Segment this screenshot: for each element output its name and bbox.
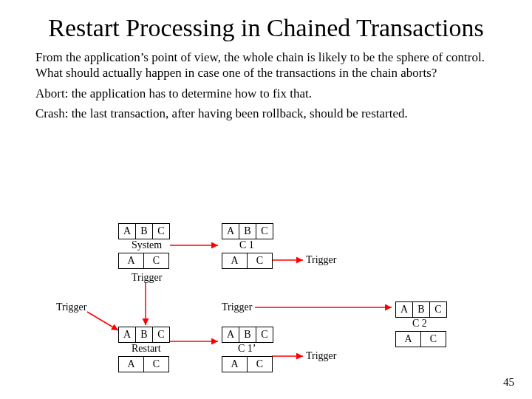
box-right-ac: A C xyxy=(395,331,446,347)
paragraph-crash: Crash: the last transaction, after havin… xyxy=(35,106,497,121)
box-bot-mid-ac: A C xyxy=(222,356,273,372)
page-title: Restart Processing in Chained Transactio… xyxy=(30,13,502,42)
cell: A xyxy=(396,302,413,317)
box-bot-left-abc: A B C xyxy=(118,327,170,343)
box-bot-mid-abc: A B C xyxy=(222,327,273,343)
cell: A xyxy=(222,253,248,268)
cell: B xyxy=(136,327,153,342)
cell: C xyxy=(144,357,168,372)
cell: A xyxy=(119,224,136,239)
label-c1: C 1 xyxy=(239,239,254,251)
cell: B xyxy=(413,302,430,317)
cell: B xyxy=(239,224,256,239)
cell: C xyxy=(248,357,272,372)
cell: B xyxy=(239,327,256,342)
cell: A xyxy=(119,253,144,268)
diagram: A B C System A C A B C C 1 A C Trigger T… xyxy=(0,223,532,378)
box-top-mid-abc: A B C xyxy=(222,223,273,239)
label-trigger-bot-right: Trigger xyxy=(306,350,337,362)
cell: A xyxy=(119,357,144,372)
label-c1p: C 1’ xyxy=(238,343,256,355)
paragraph-intro: From the application’s point of view, th… xyxy=(35,50,497,81)
label-trigger-left: Trigger xyxy=(56,301,87,313)
cell: A xyxy=(396,332,421,347)
cell: C xyxy=(248,253,272,268)
cell: A xyxy=(119,327,136,342)
cell: C xyxy=(421,332,446,347)
cell: C xyxy=(153,327,169,342)
cell: C xyxy=(144,253,168,268)
box-top-left-ac: A C xyxy=(118,253,169,269)
cell: A xyxy=(222,224,239,239)
box-top-mid-ac: A C xyxy=(222,253,273,269)
page-number: 45 xyxy=(503,376,514,389)
cell: A xyxy=(222,357,248,372)
label-system: System xyxy=(132,239,162,251)
label-trigger-top-right: Trigger xyxy=(306,254,337,266)
svg-line-2 xyxy=(87,312,118,330)
diagram-arrows xyxy=(0,223,532,378)
label-trigger-center: Trigger xyxy=(132,272,163,284)
paragraph-abort: Abort: the application has to determine … xyxy=(35,86,497,101)
label-restart: Restart xyxy=(132,343,161,355)
cell: A xyxy=(222,327,239,342)
cell: B xyxy=(136,224,153,239)
box-right-abc: A B C xyxy=(395,301,447,318)
cell: C xyxy=(256,224,273,239)
box-top-left-abc: A B C xyxy=(118,223,170,239)
label-c2: C 2 xyxy=(412,318,427,330)
label-trigger-mid: Trigger xyxy=(222,301,253,313)
cell: C xyxy=(153,224,169,239)
cell: C xyxy=(430,302,446,317)
cell: C xyxy=(256,327,273,342)
box-bot-left-ac: A C xyxy=(118,356,169,372)
